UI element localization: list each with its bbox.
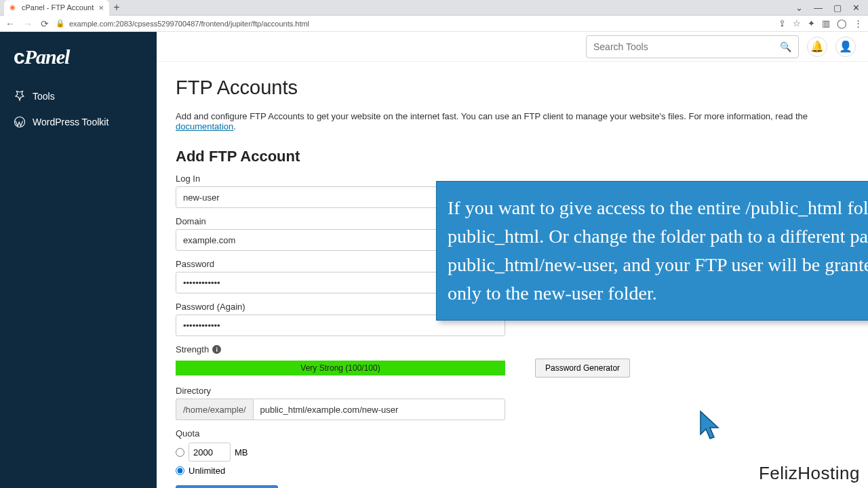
url-text: example.com:2083/cpsess5299700487/fronte… xyxy=(69,20,309,28)
panel-icon[interactable]: ▥ xyxy=(822,18,830,28)
wordpress-icon xyxy=(14,116,26,128)
minimize-icon[interactable]: — xyxy=(814,3,823,13)
forward-icon[interactable]: → xyxy=(23,18,33,29)
info-overlay: If you want to give access to the entire… xyxy=(436,181,868,321)
star-icon[interactable]: ☆ xyxy=(793,18,801,28)
page-description: Add and configure FTP Accounts to get yo… xyxy=(176,111,849,131)
documentation-link[interactable]: documentation xyxy=(176,121,233,131)
page-title: FTP Accounts xyxy=(176,77,849,99)
quota-unit: MB xyxy=(235,447,248,458)
tab-title: cPanel - FTP Accounts xyxy=(22,3,94,12)
search-icon[interactable]: 🔍 xyxy=(780,41,791,52)
extensions-icon[interactable]: ✦ xyxy=(808,18,815,28)
profile-icon[interactable]: ◯ xyxy=(837,18,847,28)
url-field[interactable]: 🔒 example.com:2083/cpsess5299700487/fron… xyxy=(56,19,772,28)
back-icon[interactable]: ← xyxy=(5,18,15,29)
watermark: FelizHosting xyxy=(759,463,860,484)
account-button[interactable]: 👤 xyxy=(835,37,856,57)
address-bar: ← → ⟳ 🔒 example.com:2083/cpsess529970048… xyxy=(0,16,868,32)
strength-meter: Very Strong (100/100) xyxy=(176,361,505,375)
favicon-icon: ◉ xyxy=(9,3,18,12)
window-controls: ⌄ — ▢ ✕ xyxy=(795,3,868,13)
bell-icon: 🔔 xyxy=(810,40,824,53)
sidebar-item-label: WordPress Toolkit xyxy=(33,117,108,127)
close-icon[interactable]: ✕ xyxy=(852,3,860,13)
lock-icon: 🔒 xyxy=(56,19,65,28)
search-input[interactable] xyxy=(593,41,780,52)
cpanel-logo: cPanel xyxy=(0,45,157,83)
quota-unlimited-radio[interactable] xyxy=(176,466,184,475)
sidebar: cPanel Tools WordPress Toolkit xyxy=(0,32,157,488)
search-box[interactable]: 🔍 xyxy=(586,35,799,58)
info-icon[interactable]: i xyxy=(212,345,221,354)
user-icon: 👤 xyxy=(839,40,852,53)
quota-value-input[interactable] xyxy=(189,443,231,462)
browser-tab-strip: ◉ cPanel - FTP Accounts × + ⌄ — ▢ ✕ xyxy=(0,0,868,16)
strength-label: Strength i xyxy=(176,344,849,354)
sidebar-item-tools[interactable]: Tools xyxy=(0,83,157,109)
maximize-icon[interactable]: ▢ xyxy=(833,3,842,13)
menu-icon[interactable]: ⋮ xyxy=(854,18,863,28)
share-icon[interactable]: ⇪ xyxy=(778,18,786,28)
directory-label: Directory xyxy=(176,386,849,396)
quota-limited-radio[interactable] xyxy=(176,448,184,457)
create-ftp-button[interactable]: Create FTP Account xyxy=(176,485,278,488)
tools-icon xyxy=(14,90,26,102)
quota-unlimited-label: Unlimited xyxy=(189,466,225,476)
quota-label: Quota xyxy=(176,428,849,439)
sidebar-item-label: Tools xyxy=(33,91,55,102)
section-heading: Add FTP Account xyxy=(176,148,849,165)
top-bar: 🔍 🔔 👤 xyxy=(157,32,868,62)
notifications-button[interactable]: 🔔 xyxy=(807,37,827,57)
sidebar-item-wordpress[interactable]: WordPress Toolkit xyxy=(0,109,157,135)
password-generator-button[interactable]: Password Generator xyxy=(535,359,630,378)
tab-close-icon[interactable]: × xyxy=(98,3,104,13)
chevron-down-icon[interactable]: ⌄ xyxy=(795,3,803,13)
browser-tab[interactable]: ◉ cPanel - FTP Accounts × xyxy=(4,0,109,16)
directory-prefix: /home/example/ xyxy=(176,399,253,420)
directory-input[interactable] xyxy=(253,399,506,420)
reload-icon[interactable]: ⟳ xyxy=(41,18,49,29)
new-tab-button[interactable]: + xyxy=(109,1,124,14)
